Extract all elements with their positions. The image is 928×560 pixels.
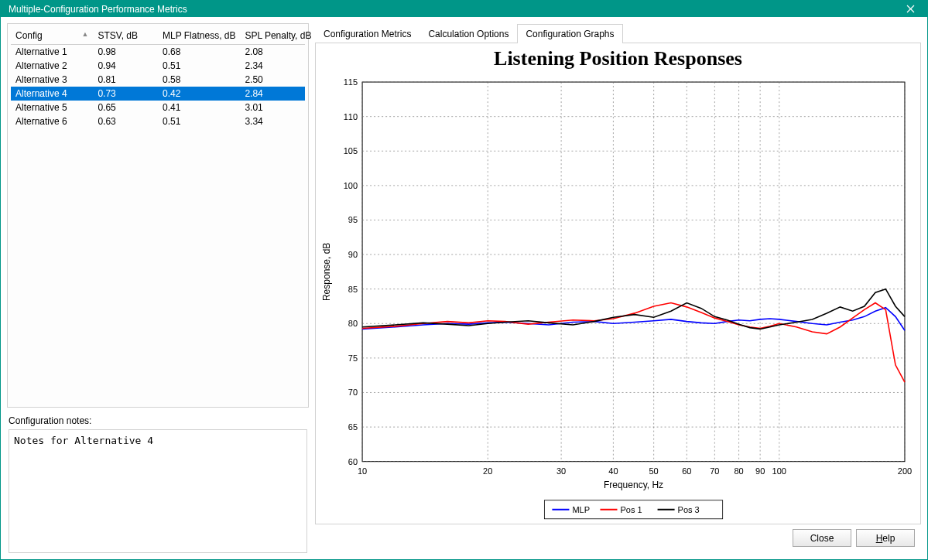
svg-text:100: 100 — [772, 466, 786, 476]
svg-text:Frequency, Hz: Frequency, Hz — [604, 480, 663, 490]
table-row[interactable]: Alternative 30.810.582.50 — [11, 73, 305, 87]
svg-rect-1 — [362, 82, 905, 462]
col-spl[interactable]: SPL Penalty, dB — [240, 27, 305, 45]
svg-text:85: 85 — [348, 285, 358, 294]
svg-text:20: 20 — [483, 466, 492, 476]
svg-text:10: 10 — [358, 466, 367, 476]
svg-text:105: 105 — [344, 146, 358, 155]
svg-text:90: 90 — [348, 250, 358, 259]
config-table[interactable]: Config▲ STSV, dB MLP Flatness, dB SPL Pe… — [11, 27, 305, 128]
svg-text:70: 70 — [348, 388, 358, 398]
svg-text:80: 80 — [734, 466, 743, 476]
tab-strip: Configuration Metrics Calculation Option… — [315, 23, 921, 43]
app-window: Multiple-Configuration Performance Metri… — [0, 0, 928, 560]
svg-text:70: 70 — [710, 466, 719, 476]
svg-text:115: 115 — [344, 77, 358, 87]
notes-panel: Configuration notes: — [7, 414, 309, 553]
close-button[interactable]: Close — [793, 529, 851, 547]
window-close-button[interactable] — [893, 1, 927, 17]
tab-calc-options[interactable]: Calculation Options — [419, 24, 517, 43]
tab-config-graphs[interactable]: Configuration Graphs — [517, 24, 622, 43]
notes-label: Configuration notes: — [9, 415, 307, 426]
svg-text:100: 100 — [344, 181, 358, 190]
table-row[interactable]: Alternative 60.630.513.34 — [11, 114, 305, 128]
svg-text:80: 80 — [348, 319, 358, 328]
svg-text:40: 40 — [608, 466, 618, 476]
response-chart: Listening Position Responses606570758085… — [316, 43, 920, 524]
col-config[interactable]: Config▲ — [11, 27, 93, 45]
svg-text:60: 60 — [682, 466, 691, 476]
col-stsv[interactable]: STSV, dB — [93, 27, 158, 45]
table-row[interactable]: Alternative 10.980.682.08 — [11, 45, 305, 60]
close-icon — [906, 5, 915, 13]
table-row[interactable]: Alternative 50.650.413.01 — [11, 101, 305, 114]
svg-text:30: 30 — [556, 466, 566, 476]
table-row[interactable]: Alternative 20.940.512.34 — [11, 59, 305, 73]
table-header-row: Config▲ STSV, dB MLP Flatness, dB SPL Pe… — [11, 27, 305, 45]
table-row[interactable]: Alternative 40.730.422.84 — [11, 87, 305, 101]
help-button[interactable]: Help — [856, 529, 915, 547]
svg-text:65: 65 — [348, 422, 358, 432]
sort-indicator-icon: ▲ — [81, 30, 88, 38]
col-flat[interactable]: MLP Flatness, dB — [158, 27, 240, 45]
svg-text:75: 75 — [348, 353, 358, 363]
left-column: Config▲ STSV, dB MLP Flatness, dB SPL Pe… — [7, 23, 309, 553]
svg-text:Listening Position Responses: Listening Position Responses — [494, 47, 742, 70]
tab-config-metrics[interactable]: Configuration Metrics — [315, 24, 419, 43]
svg-text:90: 90 — [755, 466, 765, 476]
config-table-panel: Config▲ STSV, dB MLP Flatness, dB SPL Pe… — [7, 23, 309, 408]
button-row: Close Help — [315, 524, 921, 553]
title-bar: Multiple-Configuration Performance Metri… — [1, 1, 927, 17]
window-body: Config▲ STSV, dB MLP Flatness, dB SPL Pe… — [1, 17, 927, 559]
svg-text:MLP: MLP — [572, 505, 590, 514]
chart-panel: Listening Position Responses606570758085… — [315, 43, 921, 524]
svg-text:110: 110 — [344, 112, 358, 121]
svg-text:Response, dB: Response, dB — [321, 243, 332, 301]
svg-text:200: 200 — [898, 466, 912, 476]
svg-text:50: 50 — [649, 466, 659, 476]
svg-text:60: 60 — [348, 457, 358, 466]
notes-textarea[interactable] — [9, 429, 307, 553]
svg-text:Pos 3: Pos 3 — [678, 505, 700, 514]
right-column: Configuration Metrics Calculation Option… — [315, 23, 921, 553]
svg-text:95: 95 — [348, 216, 358, 225]
svg-text:Pos 1: Pos 1 — [621, 505, 642, 514]
window-title: Multiple-Configuration Performance Metri… — [9, 4, 187, 15]
